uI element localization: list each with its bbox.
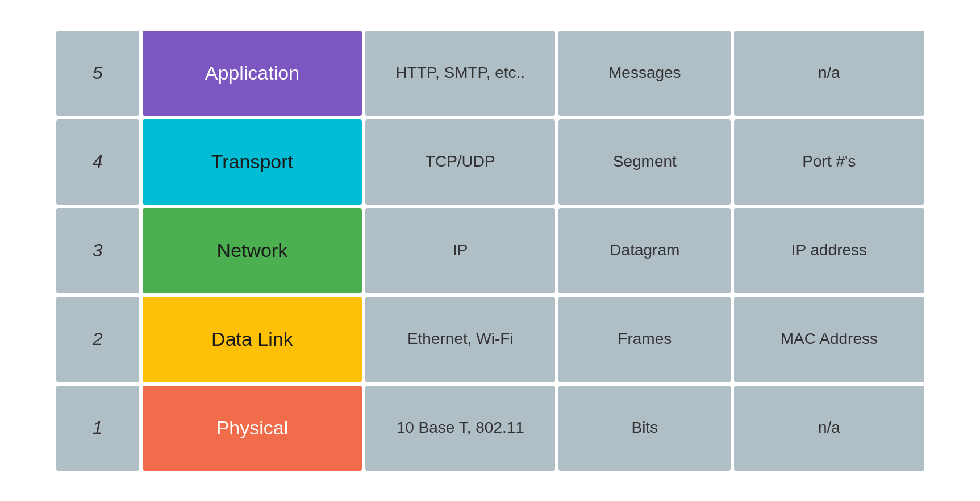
layer-number-4: 4 bbox=[56, 119, 139, 205]
layer-name-transport: Transport bbox=[143, 119, 362, 205]
layer-number-3: 3 bbox=[56, 208, 139, 293]
addressing-cell-0: n/a bbox=[734, 31, 924, 116]
number-text: 1 bbox=[93, 416, 103, 440]
addressing-text: n/a bbox=[818, 63, 840, 83]
pdu-text: Bits bbox=[631, 417, 658, 438]
pdu-text: Segment bbox=[613, 151, 677, 172]
protocol-text: Ethernet, Wi-Fi bbox=[407, 329, 514, 349]
layer-name-physical: Physical bbox=[143, 386, 362, 471]
addressing-text: n/a bbox=[818, 417, 840, 438]
protocol-cell-3: Ethernet, Wi-Fi bbox=[365, 297, 555, 382]
protocol-cell-0: HTTP, SMTP, etc.. bbox=[365, 31, 555, 116]
protocol-cell-1: TCP/UDP bbox=[365, 119, 555, 205]
layer-number-1: 1 bbox=[56, 386, 139, 471]
layer-label: Network bbox=[217, 238, 288, 263]
number-text: 3 bbox=[93, 239, 103, 263]
layer-label: Physical bbox=[216, 415, 289, 440]
layer-label: Application bbox=[205, 60, 299, 85]
layer-label: Data Link bbox=[211, 326, 293, 351]
protocol-cell-4: 10 Base T, 802.11 bbox=[365, 386, 555, 471]
osi-model-table: 5 Application HTTP, SMTP, etc.. Messages bbox=[53, 27, 928, 474]
table-row: 1 Physical 10 Base T, 802.11 Bits bbox=[56, 386, 924, 471]
addressing-cell-2: IP address bbox=[734, 208, 924, 293]
addressing-text: MAC Address bbox=[781, 329, 878, 349]
protocol-text: IP bbox=[453, 240, 468, 260]
pdu-text: Messages bbox=[608, 63, 681, 83]
layer-name-datalink: Data Link bbox=[143, 297, 362, 382]
layer-number-2: 2 bbox=[56, 297, 139, 382]
addressing-cell-1: Port #'s bbox=[734, 119, 924, 205]
layer-name-application: Application bbox=[143, 31, 362, 116]
layer-name-network: Network bbox=[143, 208, 362, 293]
pdu-cell-1: Segment bbox=[558, 119, 731, 205]
pdu-text: Frames bbox=[618, 329, 672, 349]
protocol-text: 10 Base T, 802.11 bbox=[397, 417, 524, 438]
table-row: 2 Data Link Ethernet, Wi-Fi Frames bbox=[56, 297, 924, 382]
number-text: 5 bbox=[93, 61, 103, 85]
pdu-cell-4: Bits bbox=[558, 386, 731, 471]
pdu-cell-3: Frames bbox=[558, 297, 731, 382]
table-row: 4 Transport TCP/UDP Segment Port bbox=[56, 119, 924, 205]
protocol-text: TCP/UDP bbox=[426, 151, 495, 172]
addressing-cell-3: MAC Address bbox=[734, 297, 924, 382]
pdu-cell-2: Datagram bbox=[558, 208, 731, 293]
table-row: 3 Network IP Datagram IP address bbox=[56, 208, 924, 293]
addressing-text: IP address bbox=[791, 240, 867, 260]
layer-number-5: 5 bbox=[56, 31, 139, 116]
number-text: 2 bbox=[93, 328, 103, 351]
protocol-text: HTTP, SMTP, etc.. bbox=[395, 63, 525, 83]
pdu-text: Datagram bbox=[610, 240, 679, 260]
number-text: 4 bbox=[93, 150, 103, 174]
table-row: 5 Application HTTP, SMTP, etc.. Messages bbox=[56, 31, 924, 116]
addressing-text: Port #'s bbox=[802, 151, 856, 172]
addressing-cell-4: n/a bbox=[734, 386, 924, 471]
pdu-cell-0: Messages bbox=[558, 31, 731, 116]
layer-label: Transport bbox=[211, 149, 293, 174]
protocol-cell-2: IP bbox=[365, 208, 555, 293]
